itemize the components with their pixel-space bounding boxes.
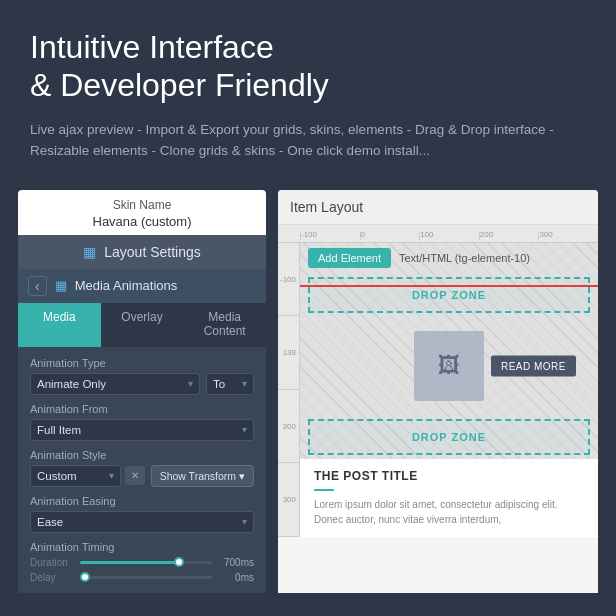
top-ruler: -100 0 100 200 300 — [278, 225, 598, 243]
delay-label: Delay — [30, 572, 72, 583]
skin-name-label: Skin Name — [28, 198, 256, 212]
media-icon: ▦ — [55, 278, 67, 293]
animation-type-label: Animation Type — [30, 357, 254, 369]
ruler-content: -100 0 100 200 300 — [278, 232, 598, 240]
form-section: Animation Type Animate Only ▾ To ▾ Anima… — [18, 347, 266, 593]
delay-thumb[interactable] — [80, 572, 90, 582]
ruler-mark-300: 300 — [538, 232, 598, 240]
chevron-down-icon: ▾ — [242, 424, 247, 435]
drop-zone-top[interactable]: DROP ZONE — [308, 277, 590, 313]
canvas-area: -100 138 200 300 Add Element Text/HTML (… — [278, 243, 598, 537]
back-arrow-icon[interactable]: ‹ — [28, 276, 47, 296]
ruler-mark-200: 200 — [479, 232, 539, 240]
image-placeholder: 🖼 — [414, 331, 484, 401]
tab-overlay[interactable]: Overlay — [101, 303, 184, 347]
left-panel: Skin Name Havana (custom) ▦ Layout Setti… — [18, 190, 266, 593]
animation-to-select[interactable]: To ▾ — [206, 373, 254, 395]
animation-style-with-x: Custom ▾ ✕ — [30, 465, 145, 487]
post-text: Lorem ipsum dolor sit amet, consectetur … — [314, 497, 584, 527]
left-ruler: -100 138 200 300 — [278, 243, 300, 537]
post-divider — [314, 489, 334, 491]
animation-type-row: Animate Only ▾ To ▾ — [30, 373, 254, 395]
media-animations-label: Media Animations — [75, 278, 178, 293]
duration-value: 700ms — [220, 557, 254, 568]
ruler-mark-100: 100 — [419, 232, 479, 240]
add-element-button[interactable]: Add Element — [308, 248, 391, 268]
show-transform-button[interactable]: Show Transform ▾ — [151, 465, 254, 487]
right-panel-header: Item Layout — [278, 190, 598, 225]
post-content: THE POST TITLE Lorem ipsum dolor sit ame… — [300, 459, 598, 537]
chevron-down-icon: ▾ — [188, 378, 193, 389]
animation-easing-select[interactable]: Ease ▾ — [30, 511, 254, 533]
page-wrapper: Intuitive Interface & Developer Friendly… — [0, 0, 616, 593]
left-ruler-200: 200 — [278, 390, 299, 464]
element-label: Text/HTML (tg-element-10) — [399, 252, 530, 264]
ruler-mark-0: 0 — [360, 232, 420, 240]
animation-easing-row: Ease ▾ — [30, 511, 254, 533]
left-ruler-300: 300 — [278, 463, 299, 537]
main-title: Intuitive Interface & Developer Friendly — [30, 28, 586, 105]
middle-content: 🖼 READ MORE — [300, 317, 598, 415]
duration-label: Duration — [30, 557, 72, 568]
left-ruler-n100: -100 — [278, 243, 299, 317]
delay-slider-row: Delay 0ms — [30, 572, 254, 583]
subtitle-text: Live ajax preview - Import & Export your… — [30, 119, 586, 162]
left-ruler-138: 138 — [278, 316, 299, 390]
right-panel: Item Layout -100 0 100 200 300 -100 138 … — [278, 190, 598, 593]
animation-type-select[interactable]: Animate Only ▾ — [30, 373, 200, 395]
grid-icon: ▦ — [83, 244, 96, 260]
animation-style-label: Animation Style — [30, 449, 254, 461]
add-element-bar: Add Element Text/HTML (tg-element-10) — [300, 243, 598, 273]
skin-name-header: Skin Name Havana (custom) — [18, 190, 266, 235]
duration-thumb[interactable] — [174, 557, 184, 567]
animation-easing-label: Animation Easing — [30, 495, 254, 507]
media-animations-bar: ‹ ▦ Media Animations — [18, 269, 266, 303]
canvas-content: Add Element Text/HTML (tg-element-10) DR… — [300, 243, 598, 537]
delay-value: 0ms — [220, 572, 254, 583]
animation-from-label: Animation From — [30, 403, 254, 415]
animation-style-row: Custom ▾ ✕ Show Transform ▾ — [30, 465, 254, 487]
animation-from-select[interactable]: Full Item ▾ — [30, 419, 254, 441]
panels-area: Skin Name Havana (custom) ▦ Layout Setti… — [0, 190, 616, 593]
chevron-down-icon: ▾ — [109, 470, 114, 481]
tab-media-content[interactable]: Media Content — [183, 303, 266, 347]
tabs-row: Media Overlay Media Content — [18, 303, 266, 347]
duration-track[interactable] — [80, 561, 212, 564]
animation-from-row: Full Item ▾ — [30, 419, 254, 441]
read-more-button[interactable]: READ MORE — [491, 355, 576, 376]
chevron-down-icon: ▾ — [242, 516, 247, 527]
drop-zone-bottom[interactable]: DROP ZONE — [308, 419, 590, 455]
red-line-marker — [300, 285, 598, 287]
ruler-mark-n100: -100 — [300, 232, 360, 240]
post-title: THE POST TITLE — [314, 469, 584, 483]
skin-name-value: Havana (custom) — [28, 214, 256, 229]
clear-style-button[interactable]: ✕ — [125, 466, 145, 485]
animation-style-select[interactable]: Custom ▾ — [30, 465, 121, 487]
duration-slider-row: Duration 700ms — [30, 557, 254, 568]
layout-settings-bar[interactable]: ▦ Layout Settings — [18, 235, 266, 269]
chevron-down-icon: ▾ — [242, 378, 247, 389]
image-icon: 🖼 — [438, 353, 460, 379]
delay-track[interactable] — [80, 576, 212, 579]
item-layout-title: Item Layout — [290, 199, 363, 215]
duration-fill — [80, 561, 179, 564]
animation-timing-label: Animation Timing — [30, 541, 254, 553]
tab-media[interactable]: Media — [18, 303, 101, 347]
layout-settings-label: Layout Settings — [104, 244, 201, 260]
top-section: Intuitive Interface & Developer Friendly… — [0, 0, 616, 182]
